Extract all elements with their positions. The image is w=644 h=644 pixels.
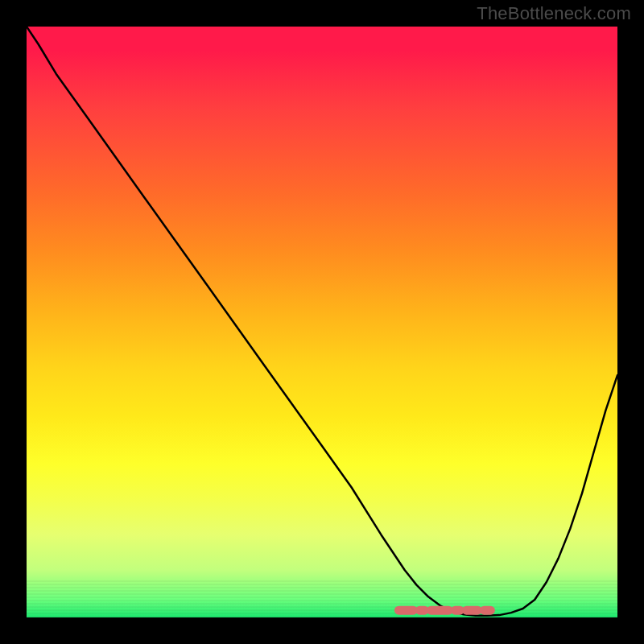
plot-area <box>27 27 617 617</box>
watermark-text: TheBottleneck.com <box>477 3 631 24</box>
curve-layer <box>27 27 617 617</box>
bottleneck-curve-path <box>27 27 617 616</box>
chart-frame: TheBottleneck.com <box>0 0 644 644</box>
